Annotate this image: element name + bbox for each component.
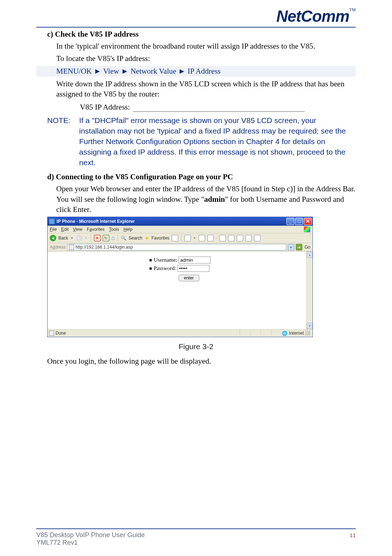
bullet-icon — [150, 259, 152, 261]
address-input[interactable]: http://192.168.1.144/login.asp — [67, 244, 286, 250]
section-c-heading: c) Check the V85 IP address — [36, 30, 356, 39]
go-button[interactable]: ➜ — [296, 244, 302, 250]
status-zone: Internet — [289, 331, 304, 336]
minimize-button[interactable]: _ — [286, 218, 294, 225]
note-label: NOTE: — [47, 115, 79, 168]
toolbar-icon-c[interactable] — [237, 235, 243, 241]
ie-app-icon — [49, 218, 55, 224]
go-label[interactable]: Go — [305, 245, 310, 250]
menu-file[interactable]: File — [50, 227, 57, 232]
refresh-button[interactable]: ↻ — [103, 235, 109, 241]
address-dropdown-icon[interactable]: ▾ — [288, 244, 294, 250]
mail-chevron-icon[interactable]: ▼ — [193, 236, 196, 240]
section-c-p2: To locate the V85's IP address: — [36, 53, 356, 64]
done-icon — [49, 331, 54, 336]
status-cell — [271, 330, 282, 337]
menu-favorites[interactable]: Favorites — [87, 227, 105, 232]
history-button[interactable] — [172, 235, 178, 241]
note-block: NOTE: If a "DHCPfail" error message is s… — [36, 115, 356, 168]
windows-flag-icon — [304, 226, 310, 232]
back-chevron-icon[interactable]: ▼ — [70, 236, 74, 240]
toolbar-icon-d[interactable] — [245, 235, 252, 241]
logo-tm: TM — [349, 7, 356, 12]
ip-address-label: V85 IP Address: — [80, 103, 130, 112]
logo-text: NetComm — [276, 7, 349, 25]
section-c-p1: In the 'typical' environment the broadba… — [36, 41, 356, 51]
scroll-up-icon[interactable]: ▴ — [307, 252, 313, 258]
bullet-icon — [150, 267, 152, 270]
document-page: NetCommTM c) Check the V85 IP address In… — [0, 0, 392, 508]
ie-addressbar: Address http://192.168.1.144/login.asp ▾… — [48, 243, 313, 252]
toolbar-sep2 — [118, 234, 118, 242]
status-cell — [261, 330, 271, 337]
internet-icon: 🌐 — [282, 331, 287, 336]
footer-divider — [36, 528, 356, 529]
figure-caption: Figure 3-2 — [36, 342, 356, 351]
footer-line2: YML772 Rev1 — [36, 539, 145, 547]
toolbar-sep — [91, 234, 91, 242]
vertical-scrollbar[interactable]: ▴ ▾ — [306, 252, 313, 329]
home-button[interactable]: ⌂ — [111, 235, 115, 241]
after-figure-text: Once you login, the following page will … — [36, 356, 356, 366]
toolbar-icon-a[interactable] — [219, 235, 226, 241]
menu-path: MENU/OK ► View ► Network Value ► IP Addr… — [36, 66, 356, 77]
scroll-down-icon[interactable]: ▾ — [307, 323, 313, 329]
menu-view[interactable]: View — [73, 227, 82, 232]
mail-button[interactable] — [184, 235, 191, 241]
status-cell — [240, 330, 250, 337]
search-label[interactable]: Search — [128, 236, 142, 241]
toolbar-sep3 — [181, 234, 181, 242]
section-d-heading: d) Connecting to the V85 Configuration P… — [36, 172, 356, 181]
page-number: 11 — [350, 532, 356, 538]
edit-button[interactable] — [207, 235, 214, 241]
close-button[interactable]: ✕ — [304, 218, 312, 225]
forward-chevron-icon[interactable]: ▼ — [85, 236, 88, 240]
ie-titlebar[interactable]: IP Phone - Microsoft Internet Explorer _… — [48, 217, 313, 226]
menu-tools[interactable]: Tools — [109, 227, 119, 232]
ie-menubar: File Edit View Favorites Tools Help — [48, 226, 313, 233]
search-icon[interactable]: 🔍 — [121, 236, 126, 241]
menu-edit[interactable]: Edit — [61, 227, 69, 232]
section-d-p1: Open your Web browser and enter the IP a… — [36, 184, 356, 214]
enter-button[interactable]: enter — [179, 275, 199, 281]
toolbar-icon-b[interactable] — [228, 235, 234, 241]
ip-address-blank: V85 IP Address: — [36, 103, 356, 112]
ie-window: IP Phone - Microsoft Internet Explorer _… — [47, 217, 313, 337]
ie-title-text: IP Phone - Microsoft Internet Explorer — [57, 219, 286, 224]
menu-help[interactable]: Help — [123, 227, 132, 232]
maximize-button[interactable]: □ — [295, 218, 303, 225]
password-label: Password: — [154, 265, 176, 271]
username-input[interactable] — [179, 257, 211, 263]
header-divider — [36, 27, 356, 28]
section-d-p1b: admin — [204, 195, 225, 204]
favorites-label[interactable]: Favorites — [151, 236, 169, 241]
print-button[interactable] — [199, 235, 205, 241]
note-text: If a "DHCPfail" error message is shown o… — [79, 115, 356, 168]
status-cell — [250, 330, 261, 337]
ip-underline — [133, 105, 305, 112]
username-label: Username: — [154, 257, 177, 263]
url-text: http://192.168.1.144/login.asp — [75, 245, 133, 250]
stop-button[interactable]: ✕ — [94, 235, 101, 241]
ie-toolbar: ◄ Back ▼ ► ▼ ✕ ↻ ⌂ 🔍 Search ★ Favorites … — [48, 233, 313, 243]
ie-statusbar: Done 🌐 Internet — [48, 329, 313, 337]
ie-viewport: Username: Password: enter ▴ ▾ — [48, 252, 313, 329]
back-button[interactable]: ◄ — [50, 235, 56, 241]
resize-grip-icon[interactable] — [305, 331, 310, 336]
forward-button[interactable]: ► — [76, 235, 82, 241]
page-footer: V85 Desktop VoIP Phone User Guide YML772… — [36, 528, 356, 547]
login-form: Username: Password: enter — [150, 257, 211, 329]
back-label[interactable]: Back — [58, 236, 68, 241]
favorites-icon[interactable]: ★ — [144, 235, 149, 241]
password-input[interactable] — [177, 265, 209, 272]
brand-logo: NetCommTM — [36, 7, 356, 25]
page-icon — [69, 245, 74, 250]
toolbar-icon-e[interactable] — [254, 235, 261, 241]
section-c-p3: Write down the IP address shown in the V… — [36, 79, 356, 99]
footer-line1: V85 Desktop VoIP Phone User Guide — [36, 531, 145, 539]
status-done: Done — [56, 331, 66, 336]
